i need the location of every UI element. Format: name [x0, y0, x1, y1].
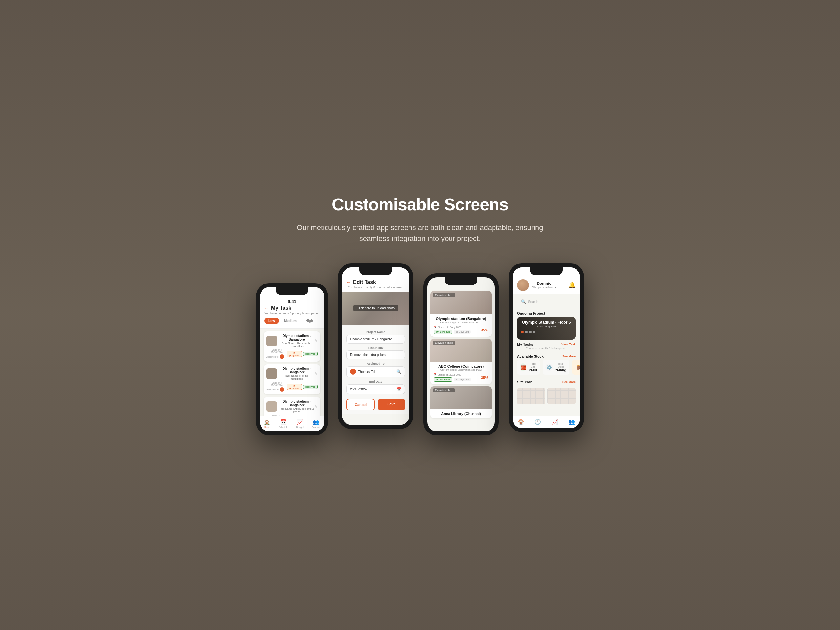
- project-img-3: Elevation photo: [431, 386, 491, 409]
- search-bar[interactable]: 🔍 Search: [517, 297, 576, 306]
- stock-title: Available Stock: [517, 354, 544, 358]
- task-badges-2: in-progress Resolved: [287, 384, 317, 390]
- stock-card-steel: ⚙️ Total Steel 260/kg: [543, 360, 569, 375]
- elevation-label-2: Elevation photo: [433, 341, 455, 345]
- phone1-bottom-nav: 🏠 Home 📅 Schedule 📈 Budget 👥 Connect: [260, 416, 324, 431]
- p4-nav-clock[interactable]: 🕐: [535, 419, 541, 425]
- p4-nav-chart[interactable]: 📈: [551, 419, 558, 425]
- tab-medium[interactable]: Medium: [280, 317, 300, 324]
- phone1-subtitle: You have currently 8 priority tasks open…: [264, 312, 320, 315]
- project-name-input[interactable]: Olympic stadium - Bangalore: [346, 335, 405, 344]
- p4-nav-people[interactable]: 👥: [568, 419, 575, 425]
- phone2-buttons: Cancel Save: [346, 399, 405, 411]
- nav-schedule[interactable]: 📅 Schedule: [279, 419, 288, 428]
- site-plan-see-more[interactable]: See More: [562, 380, 576, 384]
- back-icon[interactable]: ←: [264, 305, 269, 311]
- task-edit-icon-3[interactable]: ✎: [314, 404, 317, 409]
- cancel-button[interactable]: Cancel: [346, 399, 375, 411]
- project-date-2: 📅 Started at 16 Aug 2023: [434, 373, 471, 376]
- carousel-dots: [521, 331, 572, 333]
- phone2-title-row: ← Edit Task: [346, 279, 405, 285]
- task-edit-icon-2[interactable]: ✎: [314, 371, 317, 376]
- p4-clock-icon: 🕐: [535, 419, 541, 425]
- site-plan-title: Site Plan: [517, 380, 532, 384]
- ongoing-project-card[interactable]: Olympic Stadium - Floor 5 Ends - Aug 15t…: [517, 317, 576, 339]
- task-thumb-1: [267, 336, 277, 346]
- save-button[interactable]: Save: [378, 399, 405, 411]
- project-card-2[interactable]: Elevation photo ABC College (Coimbatore)…: [431, 339, 491, 384]
- phone4-bottom-nav: 🏠 🕐 📈 👥: [513, 416, 580, 428]
- main-content: Customisable Screens Our meticulously cr…: [190, 194, 650, 436]
- calendar-icon-1: 📅: [434, 326, 437, 328]
- tab-low[interactable]: Low: [264, 317, 279, 324]
- extra-icon: 🪵: [575, 363, 580, 371]
- back-icon-2[interactable]: ←: [346, 279, 351, 285]
- nav-home-label: Home: [264, 426, 270, 428]
- p4-people-icon: 👥: [568, 419, 575, 425]
- calendar-icon-2: 📅: [434, 373, 437, 376]
- task-card-1: Olympic stadium - Bangalore Task Name : …: [264, 332, 320, 362]
- task-meta-left-2: Ends on : 25/10/2024 Assigned to T: [267, 382, 287, 392]
- project-progress-2: 35%: [481, 376, 488, 380]
- project-stage-1: Current stage: Excavation and PCC: [434, 321, 488, 324]
- assigned-label-1: Assigned to: [267, 356, 279, 358]
- stock-steel-value: 260/kg: [555, 368, 566, 372]
- phone2-form: Project Name Olympic stadium - Bangalore…: [342, 325, 409, 414]
- chevron-down-icon: ▼: [554, 286, 557, 289]
- nav-connect[interactable]: 👥 Connect: [312, 419, 320, 428]
- project-img-1: Elevation photo: [431, 291, 491, 314]
- phone4-user: Domnic Olympic stadium ▼: [517, 279, 556, 291]
- nav-home[interactable]: 🏠 Home: [264, 419, 270, 428]
- project-name-label: Project Name: [346, 330, 405, 334]
- task-meta-2: Ends on : 25/10/2024 Assigned to T in-pr…: [267, 382, 317, 392]
- ongoing-project-ends: Ends - Aug 15th: [521, 325, 572, 328]
- view-task-link[interactable]: View Task: [561, 343, 576, 346]
- project-name-1: Olympic stadium (Bangalore): [434, 317, 488, 321]
- bell-icon[interactable]: 🔔: [568, 281, 576, 289]
- task-desc-2: Task Name : Fix the mouldings: [279, 374, 314, 380]
- project-meta-2: 📅 Started at 16 Aug 2023 On Schedule 95 …: [434, 373, 488, 382]
- project-name-2: ABC College (Coimbatore): [434, 364, 488, 368]
- tab-high[interactable]: High: [302, 317, 317, 324]
- nav-budget[interactable]: 📈 Budget: [296, 419, 303, 428]
- stock-card-bag: 🧱 Total Bag 2600: [517, 360, 540, 375]
- ongoing-project-name: Olympic Stadium - Floor 5: [521, 320, 572, 325]
- task-meta-left-1: Ends on : 25/10/2024 Assigned to T: [267, 349, 287, 359]
- project-card-bg: Olympic Stadium - Floor 5 Ends - Aug 15t…: [517, 317, 576, 339]
- p4-chart-icon: 📈: [551, 419, 558, 425]
- p4-nav-home[interactable]: 🏠: [518, 419, 524, 425]
- site-plan-thumbs: [517, 388, 576, 404]
- task-name-label: Task Name: [346, 346, 405, 349]
- project-card-1[interactable]: Elevation photo Olympic stadium (Bangalo…: [431, 291, 491, 337]
- task-edit-icon-1[interactable]: ✎: [314, 339, 317, 343]
- task-name-2: Olympic stadium - Bangalore: [279, 367, 314, 374]
- assigned-to-input[interactable]: T Thomas Edi 🔍: [346, 366, 405, 377]
- phone1-title-row: ← My Task: [264, 305, 320, 311]
- ongoing-title: Ongoing Project: [517, 311, 545, 315]
- task-assignee-2: Assigned to T: [267, 387, 287, 392]
- project-card-3[interactable]: Elevation photo Anna Library (Chennai): [431, 386, 491, 418]
- end-date-input[interactable]: 25/10/2024 📅: [346, 384, 405, 394]
- phone1-time: 9:41: [264, 299, 320, 304]
- project-img-2: Elevation photo: [431, 339, 491, 362]
- project-stage-2: Current stage: Excavation and PCC: [434, 368, 488, 371]
- dot-3[interactable]: [529, 331, 532, 333]
- phone1-screen: 9:41 ← My Task You have currently 8 prio…: [260, 287, 324, 431]
- page-title: Customisable Screens: [190, 194, 650, 214]
- dot-4[interactable]: [533, 331, 535, 333]
- photo-upload-area[interactable]: Click here to upload photo: [342, 292, 409, 325]
- project-name-value: Olympic stadium - Bangalore: [350, 337, 392, 341]
- task-top-2: Olympic stadium - Bangalore Task Name : …: [267, 367, 317, 380]
- task-assignee-1: Assigned to T: [267, 354, 287, 359]
- task-desc-1: Task Name : Remove the extra pillars: [279, 341, 314, 347]
- dot-2[interactable]: [525, 331, 527, 333]
- phone2-edit-task: ← Edit Task You have currently 8 priorit…: [338, 264, 414, 429]
- search-icon: 🔍: [521, 299, 526, 304]
- project-card-overlay: Olympic Stadium - Floor 5 Ends - Aug 15t…: [517, 317, 576, 339]
- stock-cards: 🧱 Total Bag 2600 ⚙️ Total Steel 260/kg: [517, 360, 576, 375]
- stock-see-more[interactable]: See More: [562, 355, 576, 358]
- dot-1[interactable]: [521, 331, 524, 333]
- badge-in-progress-1: in-progress: [287, 351, 302, 357]
- task-name-input[interactable]: Remove the extra pillars: [346, 351, 405, 359]
- assigned-avatar: T: [350, 369, 356, 375]
